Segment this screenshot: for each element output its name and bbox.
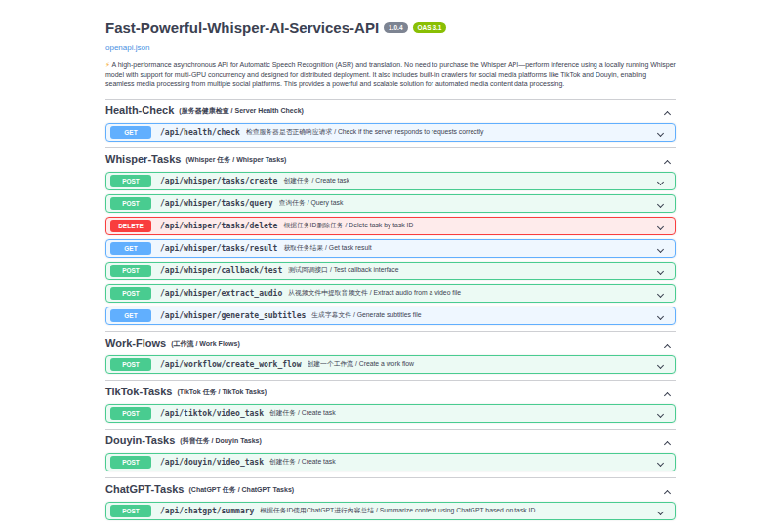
operation-row[interactable]: POST /api/whisper/callback/test 测试回调接口 /… bbox=[105, 262, 676, 280]
method-badge: GET bbox=[110, 309, 151, 322]
expand-operation-button[interactable] bbox=[652, 194, 669, 213]
operation-row[interactable]: POST /api/workflow/create_work_flow 创建一个… bbox=[105, 355, 676, 374]
tag-header[interactable]: Douyin-Tasks (抖音任务 / Douyin Tasks) bbox=[105, 433, 676, 448]
section-operations: GET /api/health/check 检查服务器是否正确响应请求 / Ch… bbox=[105, 123, 676, 142]
tag-title: ChatGPT-Tasks bbox=[105, 483, 185, 495]
operation-row[interactable]: POST /api/douyin/video_task 创建任务 / Creat… bbox=[105, 453, 676, 471]
tag-title: Health-Check bbox=[105, 104, 174, 116]
operation-summary: 创建任务 / Create task bbox=[283, 176, 652, 185]
tag-header[interactable]: Whisper-Tasks (Whisper 任务 / Whisper Task… bbox=[105, 152, 676, 167]
operation-summary: 查询任务 / Query task bbox=[279, 198, 652, 208]
operation-summary: 检查服务器是否正确响应请求 / Check if the server resp… bbox=[246, 127, 652, 137]
version-badge: 1.0.4 bbox=[384, 22, 407, 33]
chevron-up-icon bbox=[664, 343, 671, 349]
operation-path: /api/whisper/generate_subtitles bbox=[160, 311, 306, 320]
tag-title: Whisper-Tasks bbox=[105, 153, 181, 165]
swagger-ui: Fast-Powerful-Whisper-AI-Services-API 1.… bbox=[105, 0, 676, 526]
tag-header[interactable]: Work-Flows (工作流 / Work Flows) bbox=[105, 336, 676, 350]
operation-row[interactable]: DELETE /api/whisper/tasks/delete 根据任务ID删… bbox=[105, 217, 676, 235]
api-description-text: A high-performance asynchronous API for … bbox=[105, 61, 676, 87]
openapi-json-link[interactable]: openapi.json bbox=[105, 43, 149, 52]
chevron-down-icon bbox=[657, 361, 664, 368]
expand-operation-button[interactable] bbox=[652, 355, 669, 374]
expand-operation-button[interactable] bbox=[652, 284, 669, 303]
method-badge: POST bbox=[110, 197, 151, 210]
tag-title: Douyin-Tasks bbox=[105, 434, 175, 446]
operation-path: /api/whisper/tasks/delete bbox=[160, 222, 277, 230]
chevron-up-icon bbox=[664, 391, 671, 398]
operation-summary: 创建任务 / Create task bbox=[269, 408, 652, 418]
tag-title: Work-Flows bbox=[105, 337, 166, 348]
expand-operation-button[interactable] bbox=[652, 172, 669, 190]
operation-row[interactable]: GET /api/whisper/generate_subtitles 生成字幕… bbox=[105, 307, 676, 325]
expand-operation-button[interactable] bbox=[652, 453, 669, 471]
expand-operation-button[interactable] bbox=[652, 307, 669, 325]
section-operations: POST /api/douyin/video_task 创建任务 / Creat… bbox=[105, 453, 676, 471]
collapse-section-button[interactable] bbox=[659, 102, 676, 120]
operation-row[interactable]: GET /api/whisper/tasks/result 获取任务结果 / G… bbox=[105, 239, 676, 258]
tag-section: TikTok-Tasks (TikTok 任务 / TikTok Tasks) … bbox=[105, 380, 676, 429]
section-operations: POST /api/tiktok/video_task 创建任务 / Creat… bbox=[105, 404, 676, 423]
collapse-section-button[interactable] bbox=[659, 480, 676, 499]
tag-section: Work-Flows (工作流 / Work Flows) POST /api/… bbox=[105, 331, 676, 380]
method-badge: POST bbox=[110, 287, 151, 300]
sections: Health-Check (服务器健康检查 / Server Health Ch… bbox=[105, 99, 676, 526]
operation-row[interactable]: POST /api/whisper/extract_audio 从视频文件中提取… bbox=[105, 284, 676, 303]
tag-title: TikTok-Tasks bbox=[105, 386, 172, 397]
tag-subtitle: (Whisper 任务 / Whisper Tasks) bbox=[185, 155, 286, 165]
operation-path: /api/tiktok/video_task bbox=[160, 409, 264, 418]
method-badge: GET bbox=[110, 126, 151, 139]
operation-summary: 测试回调接口 / Test callback interface bbox=[288, 266, 652, 275]
tag-header[interactable]: TikTok-Tasks (TikTok 任务 / TikTok Tasks) bbox=[105, 385, 676, 399]
operation-summary: 获取任务结果 / Get task result bbox=[283, 243, 652, 253]
operation-path: /api/whisper/tasks/create bbox=[160, 177, 277, 185]
operation-summary: 创建任务 / Create task bbox=[269, 457, 652, 467]
tag-section: Douyin-Tasks (抖音任务 / Douyin Tasks) POST … bbox=[105, 429, 676, 477]
collapse-section-button[interactable] bbox=[659, 150, 676, 169]
method-badge: POST bbox=[110, 505, 151, 517]
operation-path: /api/whisper/tasks/query bbox=[160, 199, 273, 208]
method-badge: DELETE bbox=[110, 220, 151, 232]
expand-operation-button[interactable] bbox=[652, 123, 669, 142]
operation-summary: 创建一个工作流 / Create a work flow bbox=[308, 359, 653, 369]
chevron-up-icon bbox=[664, 440, 671, 447]
oas-badge: OAS 3.1 bbox=[413, 22, 447, 33]
collapse-section-button[interactable] bbox=[659, 383, 676, 401]
operation-row[interactable]: GET /api/health/check 检查服务器是否正确响应请求 / Ch… bbox=[105, 123, 676, 142]
method-badge: POST bbox=[110, 265, 151, 277]
operation-path: /api/workflow/create_work_flow bbox=[160, 360, 302, 369]
operation-summary: 从视频文件中提取音频文件 / Extract audio from a vide… bbox=[288, 288, 652, 298]
expand-operation-button[interactable] bbox=[652, 217, 669, 235]
collapse-section-button[interactable] bbox=[659, 431, 676, 450]
operation-path: /api/chatgpt/summary bbox=[160, 507, 254, 515]
chevron-up-icon bbox=[664, 159, 671, 166]
method-badge: POST bbox=[110, 175, 151, 187]
operation-summary: 根据任务ID使用ChatGPT进行内容总结 / Summarize conten… bbox=[260, 506, 652, 515]
tag-header[interactable]: ChatGPT-Tasks (ChatGPT 任务 / ChatGPT Task… bbox=[105, 482, 676, 497]
expand-operation-button[interactable] bbox=[652, 502, 669, 520]
tag-header[interactable]: Health-Check (服务器健康检查 / Server Health Ch… bbox=[105, 103, 676, 118]
operation-row[interactable]: POST /api/tiktok/video_task 创建任务 / Creat… bbox=[105, 404, 676, 423]
operation-row[interactable]: POST /api/chatgpt/summary 根据任务ID使用ChatGP… bbox=[105, 502, 676, 520]
operation-row[interactable]: POST /api/whisper/tasks/query 查询任务 / Que… bbox=[105, 194, 676, 213]
operation-summary: 生成字幕文件 / Generate subtitles file bbox=[311, 310, 652, 320]
expand-operation-button[interactable] bbox=[652, 404, 669, 423]
chevron-up-icon bbox=[664, 110, 671, 117]
collapse-section-button[interactable] bbox=[659, 334, 676, 352]
operation-row[interactable]: POST /api/whisper/tasks/create 创建任务 / Cr… bbox=[105, 172, 676, 190]
operation-summary: 根据任务ID删除任务 / Delete task by task ID bbox=[283, 221, 652, 230]
method-badge: POST bbox=[110, 358, 151, 371]
chevron-down-icon bbox=[657, 245, 664, 252]
expand-operation-button[interactable] bbox=[652, 262, 669, 280]
api-description: ⚡ A high-performance asynchronous API fo… bbox=[105, 61, 676, 89]
chevron-down-icon bbox=[657, 459, 664, 466]
api-title: Fast-Powerful-Whisper-AI-Services-API bbox=[105, 20, 379, 36]
tag-subtitle: (TikTok 任务 / TikTok Tasks) bbox=[177, 388, 267, 397]
operation-path: /api/whisper/callback/test bbox=[160, 266, 282, 275]
expand-operation-button[interactable] bbox=[652, 239, 669, 258]
lightning-icon: ⚡ bbox=[105, 61, 110, 68]
chevron-down-icon bbox=[657, 410, 664, 417]
tag-section: Whisper-Tasks (Whisper 任务 / Whisper Task… bbox=[105, 147, 676, 331]
chevron-down-icon bbox=[657, 200, 664, 207]
tag-subtitle: (抖音任务 / Douyin Tasks) bbox=[180, 436, 262, 446]
